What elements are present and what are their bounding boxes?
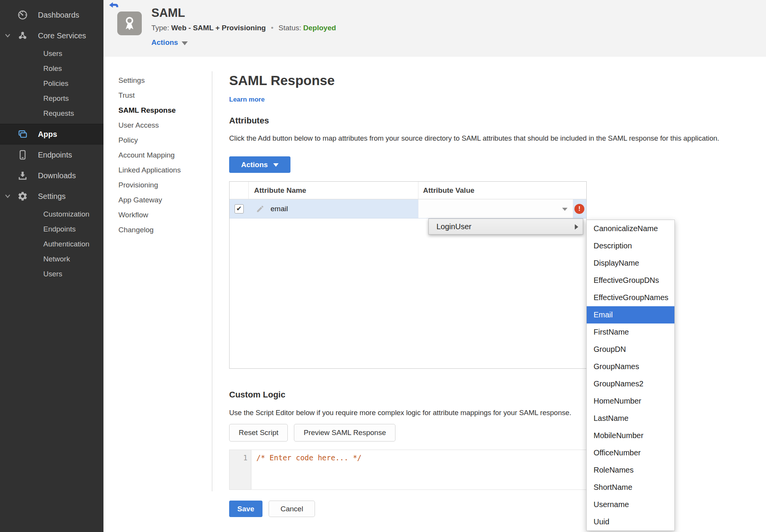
- value-source-menu-loginuser[interactable]: LoginUser: [428, 218, 583, 235]
- back-arrow-icon[interactable]: [109, 2, 119, 9]
- subnav-item[interactable]: App Gateway: [118, 192, 212, 207]
- subnav-item[interactable]: Trust: [118, 88, 212, 103]
- attribute-option[interactable]: GroupNames: [587, 358, 674, 375]
- sidebar-group-core-services[interactable]: Core Services: [0, 25, 103, 46]
- subnav-item-label: User Access: [118, 121, 159, 130]
- header-actions-menu[interactable]: Actions: [151, 38, 188, 47]
- page-title: SAML Response: [229, 73, 335, 88]
- attribute-value-column-header: Attribute Value: [418, 182, 586, 199]
- downloads-icon: [17, 170, 28, 181]
- attribute-option[interactable]: Description: [587, 237, 674, 255]
- sidebar-item-reports[interactable]: Reports: [0, 91, 103, 106]
- chevron-down-icon[interactable]: [5, 194, 10, 198]
- submenu-arrow-icon: [575, 224, 578, 230]
- attribute-option[interactable]: EffectiveGroupDNs: [587, 272, 674, 289]
- sidebar-item-apps[interactable]: Apps: [0, 124, 103, 144]
- actions-button-label: Actions: [241, 161, 268, 169]
- row-select-cell: ✔: [230, 199, 248, 218]
- status-badge: Deployed: [303, 24, 336, 32]
- learn-more-link[interactable]: Learn more: [229, 96, 265, 103]
- subnav-item[interactable]: Policy: [118, 133, 212, 148]
- attribute-option[interactable]: Uuid: [587, 513, 674, 530]
- sidebar-item-customization[interactable]: Customization: [0, 207, 103, 222]
- app-header: SAML Type: Web - SAML + Provisioning • S…: [103, 0, 766, 57]
- attribute-option[interactable]: FirstName: [587, 323, 674, 341]
- attribute-option[interactable]: DisplayName: [587, 255, 674, 272]
- attribute-name-value: email: [271, 205, 288, 213]
- sidebar-item-roles[interactable]: Roles: [0, 61, 103, 76]
- row-checkbox[interactable]: ✔: [235, 204, 244, 213]
- sidebar-item-network[interactable]: Network: [0, 251, 103, 266]
- subnav-item[interactable]: Provisioning: [118, 177, 212, 192]
- attribute-option-label: FirstName: [594, 328, 629, 336]
- sidebar-item-authentication[interactable]: Authentication: [0, 236, 103, 251]
- sidebar-group-settings[interactable]: Settings: [0, 186, 103, 207]
- attribute-option[interactable]: MobileNumber: [587, 427, 674, 444]
- table-row: ✔ email !: [230, 199, 586, 218]
- subnav-item[interactable]: Changelog: [118, 222, 212, 237]
- sidebar-item-label: Reports: [43, 94, 69, 103]
- sidebar-item-label: Downloads: [38, 171, 76, 180]
- attribute-option[interactable]: LastName: [587, 410, 674, 427]
- header-actions-label: Actions: [151, 38, 178, 47]
- attribute-option[interactable]: ShortName: [587, 479, 674, 496]
- loginuser-menu-label: LoginUser: [436, 222, 471, 231]
- attribute-option[interactable]: CanonicalizeName: [587, 220, 674, 237]
- subnav-item[interactable]: Settings: [118, 73, 212, 88]
- primary-sidebar: Dashboards Core Services Users Roles Pol…: [0, 0, 103, 532]
- attribute-value-dropdown[interactable]: [418, 199, 573, 218]
- caret-down-icon: [562, 208, 568, 211]
- app-meta: Type: Web - SAML + Provisioning • Status…: [151, 24, 336, 32]
- chevron-down-icon[interactable]: [5, 34, 10, 38]
- subnav-item[interactable]: User Access: [118, 118, 212, 133]
- sidebar-item-label: Roles: [43, 64, 62, 73]
- attributes-actions-button[interactable]: Actions: [229, 156, 290, 173]
- sidebar-item-label: Endpoints: [43, 225, 76, 233]
- subnav-item-label: Workflow: [118, 211, 148, 219]
- subnav-item[interactable]: Account Mapping: [118, 148, 212, 163]
- caret-down-icon: [182, 41, 188, 45]
- editor-code-area[interactable]: /* Enter code here... */: [251, 450, 586, 489]
- dashboard-gauge-icon: [17, 10, 28, 20]
- sidebar-item-label: Apps: [38, 130, 57, 139]
- preview-saml-response-button[interactable]: Preview SAML Response: [294, 424, 395, 442]
- sidebar-item-label: Settings: [38, 192, 66, 201]
- select-column-header: [230, 182, 248, 199]
- edit-pencil-icon[interactable]: [256, 205, 264, 213]
- subnav-item-label: Account Mapping: [118, 151, 175, 159]
- subnav-item[interactable]: Workflow: [118, 207, 212, 222]
- sidebar-item-label: Policies: [43, 79, 68, 88]
- attribute-option[interactable]: Email: [587, 306, 674, 323]
- reset-script-button[interactable]: Reset Script: [229, 424, 288, 442]
- line-number: 1: [243, 453, 248, 462]
- attribute-option[interactable]: Username: [587, 496, 674, 513]
- subnav-item-label: Policy: [118, 136, 138, 144]
- form-footer: Save Cancel: [229, 501, 315, 517]
- sidebar-item-endpoints[interactable]: Endpoints: [0, 144, 103, 165]
- endpoints-phone-icon: [17, 149, 28, 160]
- attribute-option[interactable]: GroupNames2: [587, 375, 674, 392]
- attribute-option[interactable]: RoleNames: [587, 461, 674, 479]
- attribute-option[interactable]: GroupDN: [587, 341, 674, 358]
- apps-icon: [17, 129, 28, 140]
- sidebar-item-downloads[interactable]: Downloads: [0, 165, 103, 186]
- attributes-heading: Attributes: [229, 116, 269, 126]
- subnav-item-label: Settings: [118, 76, 145, 85]
- sidebar-item-settings-users[interactable]: Users: [0, 266, 103, 281]
- subnav-item-label: Provisioning: [118, 181, 158, 189]
- save-button[interactable]: Save: [229, 501, 262, 517]
- attributes-table: Attribute Name Attribute Value ✔ email: [229, 181, 587, 369]
- sidebar-item-users[interactable]: Users: [0, 46, 103, 61]
- sidebar-item-settings-endpoints[interactable]: Endpoints: [0, 222, 103, 236]
- attribute-option[interactable]: OfficeNumber: [587, 444, 674, 461]
- attribute-option-label: MobileNumber: [594, 431, 643, 440]
- subnav-item[interactable]: Linked Applications: [118, 163, 212, 177]
- cancel-button[interactable]: Cancel: [269, 501, 315, 517]
- attribute-option[interactable]: EffectiveGroupNames: [587, 289, 674, 306]
- type-label: Type:: [151, 24, 169, 32]
- sidebar-item-requests[interactable]: Requests: [0, 106, 103, 121]
- attribute-option[interactable]: HomeNumber: [587, 392, 674, 410]
- sidebar-item-dashboards[interactable]: Dashboards: [0, 5, 103, 25]
- sidebar-item-policies[interactable]: Policies: [0, 76, 103, 91]
- subnav-item[interactable]: SAML Response: [118, 103, 212, 118]
